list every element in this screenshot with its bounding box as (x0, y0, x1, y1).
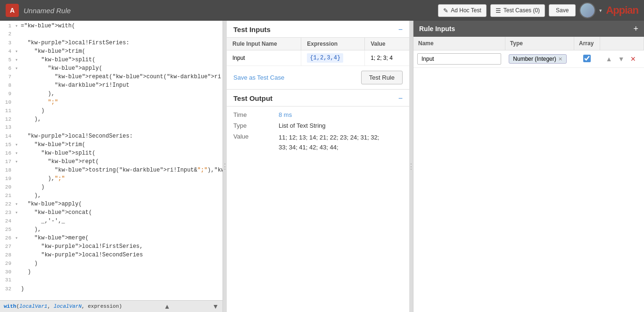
code-line[interactable]: 29 ) (0, 260, 223, 269)
code-editor[interactable]: 1▾="kw-blue">with(23 "kw-purple">local!F… (0, 21, 223, 300)
line-number: 14 (2, 133, 15, 139)
rule-inputs-title: Rule Inputs (419, 25, 455, 33)
expression-cell[interactable]: {1,2,3,4} (301, 50, 365, 66)
code-line[interactable]: 1▾="kw-blue">with( (0, 23, 223, 31)
fold-arrow-icon[interactable]: ▾ (15, 66, 21, 71)
line-content: ),";" (21, 175, 65, 182)
input-name-cell: Input (227, 50, 301, 66)
col-value: Value (365, 38, 409, 50)
user-dropdown-icon[interactable]: ▾ (599, 8, 602, 14)
code-line[interactable]: 15▾ "kw-blue">trim( (0, 141, 223, 150)
fold-arrow-icon[interactable]: ▾ (15, 150, 21, 156)
code-line[interactable]: 11 ) (0, 107, 223, 116)
code-line[interactable]: 3 "kw-purple">local!FirstSeries: (0, 40, 223, 48)
rule-col-array: Array (574, 37, 600, 50)
code-line[interactable]: 2 (0, 31, 223, 40)
fold-arrow-icon[interactable]: ▾ (15, 159, 21, 164)
edit-icon: ✎ (443, 7, 448, 14)
type-label: Type (233, 122, 271, 129)
line-number: 19 (2, 176, 15, 181)
code-line[interactable]: 10 ";" (0, 99, 223, 107)
line-number: 28 (2, 252, 15, 258)
fold-arrow-icon[interactable]: ▾ (15, 235, 21, 241)
fold-arrow-icon[interactable]: ▾ (15, 201, 21, 207)
fold-arrow-icon[interactable]: ▾ (15, 142, 21, 148)
code-line[interactable]: 24 _,'-',_ (0, 218, 223, 226)
move-up-button[interactable]: ▲ (604, 54, 614, 64)
code-line[interactable]: 21 ), (0, 192, 223, 201)
line-content: "kw-blue">tostring("kw-darkblue">ri!Inpu… (21, 167, 223, 173)
code-line[interactable]: 23▾ "kw-blue">concat( (0, 209, 223, 218)
adhoc-test-button[interactable]: ✎ Ad Hoc Test (438, 4, 486, 17)
avatar[interactable] (579, 2, 595, 18)
code-line[interactable]: 27 "kw-purple">local!FirstSeries, (0, 243, 223, 252)
save-test-case-link[interactable]: Save as Test Case (233, 74, 284, 81)
test-inputs-collapse-button[interactable]: − (398, 26, 403, 33)
code-line[interactable]: 31 (0, 277, 223, 286)
line-content: "kw-darkblue">ri!Input (21, 82, 129, 89)
line-content: ) (21, 286, 24, 292)
scroll-down-button[interactable]: ▼ (212, 303, 219, 310)
line-number: 6 (2, 66, 15, 71)
code-line[interactable]: 28 "kw-purple">local!SecondSeries (0, 252, 223, 260)
main-content: 1▾="kw-blue">with(23 "kw-purple">local!F… (0, 21, 644, 312)
line-number: 21 (2, 193, 15, 198)
test-rule-button[interactable]: Test Rule (361, 71, 403, 84)
rule-inputs-header: Rule Inputs + (413, 21, 644, 37)
code-line[interactable]: 6▾ "kw-blue">apply( (0, 65, 223, 74)
line-content: ), (21, 90, 55, 97)
fold-arrow-icon[interactable]: ▾ (15, 49, 21, 54)
code-line[interactable]: 14 "kw-purple">local!SecondSeries: (0, 133, 223, 141)
array-checkbox[interactable] (583, 55, 591, 62)
test-output-collapse-button[interactable]: − (398, 95, 403, 102)
line-number: 12 (2, 116, 15, 122)
code-line[interactable]: 7 "kw-blue">repeat("kw-blue">count("kw-d… (0, 74, 223, 82)
rule-name-cell[interactable] (413, 50, 505, 68)
code-line[interactable]: 5▾ "kw-blue">split( (0, 57, 223, 65)
code-line[interactable]: 25 ), (0, 226, 223, 235)
code-line[interactable]: 22▾ "kw-blue">apply( (0, 201, 223, 209)
line-number: 32 (2, 286, 15, 292)
code-line[interactable]: 13 (0, 124, 223, 133)
code-line[interactable]: 8 "kw-darkblue">ri!Input (0, 82, 223, 90)
save-button[interactable]: Save (549, 4, 576, 16)
expression-value[interactable]: {1,2,3,4} (307, 53, 343, 63)
scroll-up-button[interactable]: ▲ (164, 303, 171, 310)
line-content: ="kw-blue">with( (21, 23, 75, 29)
row-actions: ▲ ▼ ✕ (604, 54, 640, 64)
line-content: "kw-blue">apply( (21, 201, 82, 207)
line-number: 10 (2, 99, 15, 105)
line-content: ), (21, 226, 41, 233)
code-line[interactable]: 32) (0, 286, 223, 294)
resize-handle-left[interactable] (223, 21, 227, 312)
rule-inputs-table: Name Type Array Number (Integer) (413, 37, 644, 68)
code-line[interactable]: 16▾ "kw-blue">split( (0, 150, 223, 158)
type-tag-remove-button[interactable]: ✕ (558, 56, 562, 62)
type-value: List of Text String (279, 122, 403, 129)
code-line[interactable]: 26▾ "kw-blue">merge( (0, 235, 223, 243)
rule-array-cell[interactable] (574, 50, 600, 68)
code-line[interactable]: 20 ) (0, 184, 223, 192)
line-content: ) (21, 260, 38, 267)
delete-rule-input-button[interactable]: ✕ (628, 54, 638, 64)
move-down-button[interactable]: ▼ (616, 54, 627, 64)
code-line[interactable]: 30 ) (0, 269, 223, 277)
fold-arrow-icon[interactable]: ▾ (15, 57, 21, 63)
fold-arrow-icon[interactable]: ▾ (15, 210, 21, 215)
line-content: ) (21, 184, 44, 190)
test-cases-button[interactable]: ☰ Test Cases (0) (490, 4, 545, 17)
rule-name-input[interactable] (417, 53, 501, 65)
add-rule-input-button[interactable]: + (633, 25, 638, 33)
fold-arrow-icon[interactable]: ▾ (15, 23, 21, 29)
code-line[interactable]: 12 ), (0, 116, 223, 124)
line-number: 13 (2, 124, 15, 130)
code-line[interactable]: 19 ),";" (0, 175, 223, 184)
code-statusbar: with(localVar1, localVarN, expression) ▲… (0, 300, 223, 312)
code-line[interactable]: 9 ), (0, 90, 223, 99)
code-line[interactable]: 4▾ "kw-blue">trim( (0, 48, 223, 57)
code-line[interactable]: 17▾ "kw-blue">rept( (0, 158, 223, 167)
line-number: 26 (2, 235, 15, 241)
code-line[interactable]: 18 "kw-blue">tostring("kw-darkblue">ri!I… (0, 167, 223, 175)
test-output-section: Test Output − Time 8 ms Type List of Tex… (227, 90, 409, 312)
resize-handle-right[interactable] (409, 21, 413, 312)
